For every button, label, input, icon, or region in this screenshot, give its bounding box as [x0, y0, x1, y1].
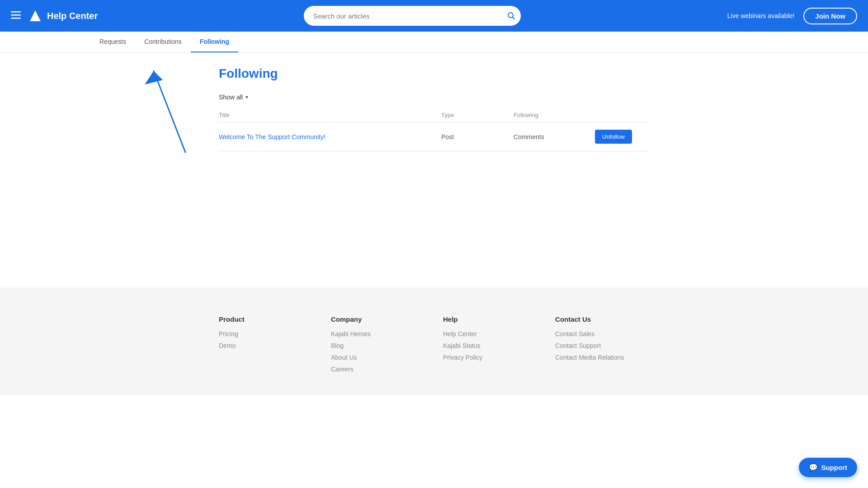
tab-contributions[interactable]: Contributions [135, 32, 191, 52]
tab-requests[interactable]: Requests [90, 32, 135, 52]
svg-line-5 [513, 17, 515, 19]
search-input[interactable] [304, 6, 521, 26]
svg-marker-7 [145, 71, 163, 84]
svg-marker-3 [30, 10, 41, 21]
footer-link-contact-media[interactable]: Contact Media Relations [555, 354, 649, 361]
footer-col-product: Product Pricing Demo [219, 315, 313, 377]
page-title: Following [219, 66, 649, 81]
footer-link-help-center[interactable]: Help Center [443, 330, 537, 338]
logo[interactable]: Help Center [28, 9, 98, 23]
footer-company-title: Company [331, 315, 425, 323]
footer: Product Pricing Demo Company Kajabi Hero… [0, 288, 868, 395]
unfollow-cell: Unfollow [595, 130, 649, 144]
article-link[interactable]: Welcome To The Support Community! [219, 133, 441, 141]
footer-inner: Product Pricing Demo Company Kajabi Hero… [208, 315, 660, 377]
footer-link-kajabi-heroes[interactable]: Kajabi Heroes [331, 330, 425, 338]
main-content: Following Show all ▾ Title Type Followin… [208, 53, 660, 288]
svg-rect-1 [11, 14, 21, 16]
col-title: Title [219, 112, 441, 118]
footer-col-help: Help Help Center Kajabi Status Privacy P… [443, 315, 537, 377]
row-type: Post [441, 133, 514, 141]
unfollow-button[interactable]: Unfollow [595, 130, 632, 144]
footer-link-pricing[interactable]: Pricing [219, 330, 313, 338]
footer-link-demo[interactable]: Demo [219, 342, 313, 349]
col-type: Type [441, 112, 514, 118]
footer-link-blog[interactable]: Blog [331, 342, 425, 349]
svg-rect-2 [11, 18, 21, 19]
footer-col-contact: Contact Us Contact Sales Contact Support… [555, 315, 649, 377]
join-now-button[interactable]: Join Now [803, 8, 857, 24]
svg-line-6 [154, 71, 185, 152]
col-action [595, 112, 649, 118]
header-right: Live webinars available! Join Now [727, 8, 857, 24]
show-all-label: Show all [219, 94, 243, 101]
row-following-type: Comments [514, 133, 595, 141]
site-title: Help Center [47, 11, 98, 21]
chevron-down-icon: ▾ [245, 94, 248, 100]
footer-link-privacy-policy[interactable]: Privacy Policy [443, 354, 537, 361]
footer-contact-title: Contact Us [555, 315, 649, 323]
footer-col-company: Company Kajabi Heroes Blog About Us Care… [331, 315, 425, 377]
menu-icon[interactable] [11, 10, 21, 22]
show-all-row[interactable]: Show all ▾ [219, 94, 649, 101]
footer-link-contact-sales[interactable]: Contact Sales [555, 330, 649, 338]
footer-help-title: Help [443, 315, 537, 323]
footer-link-careers[interactable]: Careers [331, 366, 425, 373]
svg-rect-0 [11, 11, 21, 13]
tabs-nav: Requests Contributions Following [0, 32, 868, 53]
footer-link-kajabi-status[interactable]: Kajabi Status [443, 342, 537, 349]
table-row: Welcome To The Support Community! Post C… [219, 122, 649, 151]
footer-product-title: Product [219, 315, 313, 323]
search-section [105, 6, 720, 26]
tab-following[interactable]: Following [191, 32, 238, 52]
table-header: Title Type Following [219, 108, 649, 122]
header: Help Center Live webinars available! Joi… [0, 0, 868, 32]
footer-link-contact-support[interactable]: Contact Support [555, 342, 649, 349]
webinar-text: Live webinars available! [727, 12, 795, 19]
arrow-annotation [136, 57, 217, 157]
following-table: Title Type Following Welcome To The Supp… [219, 108, 649, 151]
footer-link-about-us[interactable]: About Us [331, 354, 425, 361]
col-following: Following [514, 112, 595, 118]
search-button[interactable] [507, 12, 515, 20]
